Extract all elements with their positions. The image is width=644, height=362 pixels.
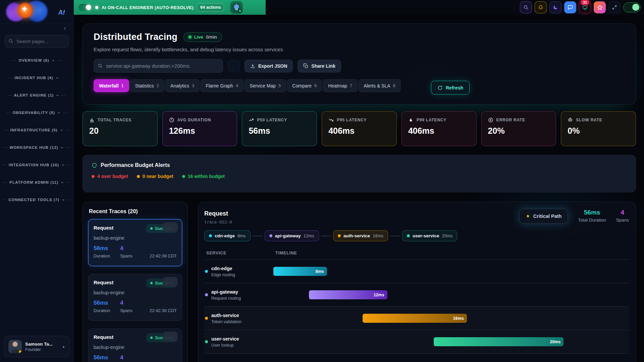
sidebar-nav-item[interactable]: INTEGRATION HUB (16) <box>0 161 73 169</box>
span-bar[interactable]: 8ms <box>273 267 327 276</box>
sidebar-nav-item[interactable]: PLATFORM ADMIN (11) <box>0 178 73 186</box>
sidebar-nav-item[interactable]: OBSERVABILITY (5) <box>0 109 73 117</box>
chevron-down-icon <box>61 163 65 167</box>
view-tab[interactable]: Alerts & SLA8 <box>358 79 401 92</box>
refresh-button[interactable]: Refresh <box>431 81 470 95</box>
flame-icon <box>408 117 414 123</box>
sidebar-collapse-icon[interactable] <box>63 26 67 31</box>
trace-card[interactable]: Request Success backup-engine 56ms Durat… <box>88 328 182 362</box>
stat-card: ERROR RATE 20% <box>481 111 556 146</box>
trace-duration: 56ms Duration <box>94 245 110 258</box>
user-role: Founder <box>25 347 59 352</box>
budget-item-label: 0 near budget <box>143 174 173 179</box>
chevron-down-icon <box>61 198 65 202</box>
view-tab[interactable]: Compare6 <box>287 79 322 92</box>
sidebar-nav-item[interactable]: ALERT ENGINE (1) <box>0 91 73 99</box>
stat-label: AVG DURATION <box>177 118 211 122</box>
monitor-icon <box>582 5 588 10</box>
view-tab[interactable]: Service Map5 <box>244 79 286 92</box>
budget-items: 4 over budget 0 near budget 16 within bu… <box>92 174 627 179</box>
monitor-button[interactable]: 31 <box>579 1 591 13</box>
waterfall-row[interactable]: api-gateway Request routing 12ms <box>204 283 629 307</box>
service-dot <box>338 234 341 237</box>
favorites-button[interactable] <box>594 1 606 13</box>
trace-card-action-button[interactable] <box>163 277 178 287</box>
recent-traces-panel: Recent Traces (20) Request Success backu… <box>83 202 188 362</box>
stat-label: TOTAL TRACES <box>98 118 131 122</box>
column-service: SERVICE <box>206 251 275 255</box>
sidebar-nav-item[interactable]: WORKSPACE HUB (12) <box>0 143 73 152</box>
export-json-button[interactable]: Export JSON <box>245 60 293 72</box>
performance-budget-panel: Performance Budget Alerts 4 over budget … <box>83 155 636 192</box>
trace-card-action-button[interactable] <box>163 331 178 342</box>
budget-item: 16 within budget <box>182 174 225 179</box>
chat-button[interactable] <box>564 1 576 13</box>
waterfall-row[interactable]: auth-service Token validation 16ms <box>204 307 629 330</box>
sidebar-nav-item[interactable]: OVERVIEW (6) <box>0 56 73 64</box>
budget-item-label: 4 over budget <box>97 174 128 179</box>
service-chip[interactable]: api-gateway 12ms <box>265 230 319 241</box>
notifications-button[interactable] <box>535 1 547 13</box>
timeline-track: 16ms <box>273 314 628 323</box>
service-chip[interactable]: user-service 20ms <box>402 230 457 241</box>
critical-path-button[interactable]: Critical Path <box>519 209 568 224</box>
sidebar-nav-item[interactable]: CONNECTED TOOLS (7) <box>0 196 73 204</box>
clock-icon <box>169 117 174 123</box>
theme-button[interactable] <box>549 1 561 13</box>
user-name: Samson Ta... <box>25 342 59 347</box>
sidebar-nav-item[interactable]: INFRASTRUCTURE (5) <box>0 126 73 134</box>
timeline-track: 12ms <box>273 290 628 299</box>
user-profile[interactable]: Samson Ta... Founder ▲ <box>4 336 69 357</box>
trend-down-icon <box>328 117 334 123</box>
logo-ai-text: AI <box>58 9 65 16</box>
trace-card[interactable]: Request Success backup-engine 56ms Durat… <box>88 274 182 321</box>
span-description: Request routing <box>211 296 241 301</box>
waterfall-row[interactable]: user-service User lookup 20ms <box>204 330 629 354</box>
total-duration-stat: 56ms Total Duration <box>578 209 606 223</box>
chevron-down-icon <box>55 76 59 80</box>
actions-count-badge[interactable]: 64 actions <box>197 3 224 11</box>
trace-filter-input[interactable] <box>94 59 223 73</box>
copy-icon <box>303 63 308 68</box>
trace-name: Request <box>94 280 113 285</box>
filter-options-button[interactable] <box>228 60 240 72</box>
trace-card[interactable]: Request Success backup-engine 56ms Durat… <box>88 219 182 266</box>
ai-oncall-toggle[interactable] <box>78 4 92 11</box>
shield-icon <box>92 163 97 168</box>
stats-row: TOTAL TRACES 20 AVG DURATION 126ms <box>83 111 636 146</box>
timeline-track: 20ms <box>273 337 628 346</box>
fullscreen-button[interactable] <box>608 1 621 13</box>
bell-icon <box>538 5 543 10</box>
logo-star-icon: ✦ <box>21 4 28 14</box>
stat-value: 20% <box>488 126 550 136</box>
view-tab[interactable]: Analytics3 <box>165 79 200 92</box>
expand-icon <box>612 5 617 10</box>
search-button[interactable] <box>520 1 532 13</box>
sidebar-nav-label: PLATFORM ADMIN (11) <box>9 180 58 184</box>
stat-value: 126ms <box>169 126 231 136</box>
stat-label: ERROR RATE <box>496 118 525 122</box>
trace-name: Request <box>94 334 113 340</box>
span-bar[interactable]: 16ms <box>363 314 467 323</box>
span-bar[interactable]: 12ms <box>309 290 387 299</box>
view-tab[interactable]: Statistics2 <box>130 79 164 92</box>
status-dot <box>137 175 140 178</box>
search-icon <box>98 63 103 68</box>
waterfall-row[interactable]: cdn-edge Edge routing 8ms <box>204 260 629 283</box>
ai-robot-button[interactable] <box>230 1 243 14</box>
sidebar-search-input[interactable] <box>5 35 69 48</box>
sidebar-nav-item[interactable]: INCIDENT HUB (4) <box>0 74 73 82</box>
view-tab[interactable]: Flame Graph4 <box>200 79 244 92</box>
main-toggle[interactable] <box>623 2 641 12</box>
trace-service: backup-engine <box>94 290 177 295</box>
service-chip[interactable]: cdn-edge 8ms <box>204 230 251 241</box>
share-link-button[interactable]: Share Link <box>298 60 341 72</box>
view-tab[interactable]: Waterfall1 <box>94 79 129 92</box>
view-tabs: Waterfall1 Statistics2 Analytics3 Flame … <box>94 79 625 92</box>
trace-card-action-button[interactable] <box>163 222 178 232</box>
trace-duration: 56ms Duration <box>94 300 110 313</box>
span-bar[interactable]: 20ms <box>434 337 564 346</box>
ai-status-dot <box>95 6 98 9</box>
service-chip[interactable]: auth-service 16ms <box>333 230 388 241</box>
view-tab[interactable]: Heatmap7 <box>323 79 358 92</box>
